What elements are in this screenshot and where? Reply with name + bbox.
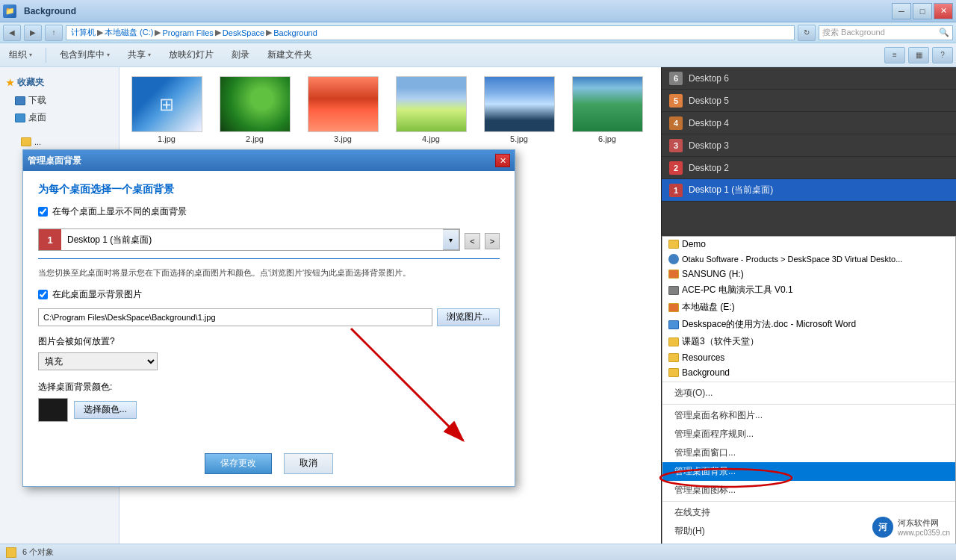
desktop-selector-num: 1 xyxy=(39,229,61,250)
svg-point-2 xyxy=(660,469,792,487)
desktop-selector-text: Desktop 1 (当前桌面) xyxy=(61,234,440,246)
path-input-row: 浏览图片... xyxy=(38,308,500,326)
desktop-selector[interactable]: 1 Desktop 1 (当前桌面) ▾ xyxy=(38,228,460,251)
desktop-selector-arrow[interactable]: ▾ xyxy=(443,229,459,250)
desktop-next-button[interactable]: > xyxy=(485,233,500,249)
checkbox2-label: 在此桌面显示背景图片 xyxy=(52,288,142,301)
description-text: 当您切换至此桌面时将显示您在下面选择的桌面图片和颜色。点'浏览图片'按钮为此桌面… xyxy=(38,267,500,279)
dialog-footer: 保存更改 取消 xyxy=(23,446,515,486)
layout-select[interactable]: 填充 xyxy=(38,352,158,370)
show-different-checkbox[interactable] xyxy=(38,207,48,217)
checkbox-row-1: 在每个桌面上显示不同的桌面背景 xyxy=(38,205,500,218)
color-swatch[interactable] xyxy=(38,398,68,422)
browse-button[interactable]: 浏览图片... xyxy=(437,308,500,326)
dialog-content: 为每个桌面选择一个桌面背景 在每个桌面上显示不同的桌面背景 1 Desktop … xyxy=(23,171,515,446)
desktop-prev-button[interactable]: < xyxy=(465,233,479,249)
manage-bg-dialog: 管理桌面背景 ✕ 为每个桌面选择一个桌面背景 在每个桌面上显示不同的桌面背景 1… xyxy=(22,149,515,487)
dialog-close-button[interactable]: ✕ xyxy=(495,154,510,167)
dialog-overlay: 管理桌面背景 ✕ 为每个桌面选择一个桌面背景 在每个桌面上显示不同的桌面背景 1… xyxy=(0,0,956,560)
show-bg-image-checkbox[interactable] xyxy=(38,290,48,299)
divider-line xyxy=(38,258,500,259)
layout-label: 图片会被如何放置? xyxy=(38,335,500,348)
checkbox-row-2: 在此桌面显示背景图片 xyxy=(38,288,500,301)
dialog-heading: 为每个桌面选择一个桌面背景 xyxy=(38,183,500,196)
cancel-button[interactable]: 取消 xyxy=(284,453,333,474)
dialog-title: 管理桌面背景 xyxy=(28,155,81,167)
color-label: 选择桌面背景颜色: xyxy=(38,381,500,393)
dialog-titlebar: 管理桌面背景 ✕ xyxy=(23,150,515,171)
save-button[interactable]: 保存更改 xyxy=(205,453,272,474)
annotation-circle xyxy=(659,467,808,490)
checkbox1-label: 在每个桌面上显示不同的桌面背景 xyxy=(52,205,187,218)
layout-select-row: 填充 xyxy=(38,352,500,370)
choose-color-button[interactable]: 选择颜色... xyxy=(74,401,137,419)
color-row: 选择颜色... xyxy=(38,398,500,422)
desktop-selector-row: 1 Desktop 1 (当前桌面) ▾ < > xyxy=(38,228,500,254)
path-input[interactable] xyxy=(38,308,432,326)
